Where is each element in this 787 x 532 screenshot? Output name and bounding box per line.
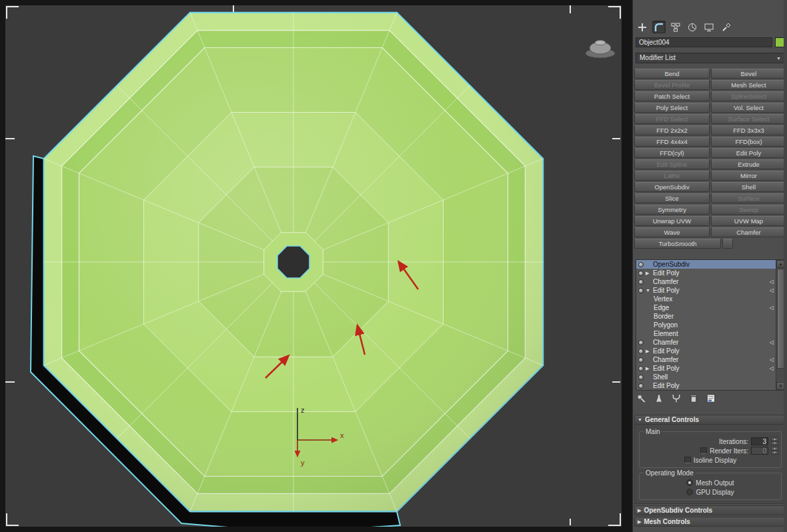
visibility-toggle-icon[interactable] [638, 271, 644, 276]
mesh-output-radio[interactable] [686, 479, 693, 486]
show-end-result-icon[interactable] [653, 393, 665, 403]
modifier-button-extrude[interactable]: Extrude [711, 159, 786, 169]
modifier-button-bevel-profile[interactable]: Bevel Profile [634, 80, 710, 90]
axis-y-label: y [301, 459, 305, 467]
modifier-button-surface-select[interactable]: Surface Select [711, 114, 786, 124]
modifier-button-grid: Bend Bevel Bevel Profile Mesh Select Pat… [634, 69, 786, 237]
tab-motion[interactable] [686, 21, 699, 33]
iterations-spinner[interactable]: ▲▼ [771, 437, 778, 445]
gpu-display-label: GPU Display [696, 489, 734, 496]
modifier-button-ffd-cyl[interactable]: FFD(cyl) [634, 148, 710, 158]
modifier-button-opensubdiv[interactable]: OpenSubdiv [634, 182, 710, 192]
render-iters-checkbox[interactable] [700, 447, 707, 454]
motion-tab-icon [687, 22, 698, 33]
stack-subobject-edge[interactable]: Edge◁ [636, 303, 776, 312]
isoline-display-label: Isoline Display [694, 457, 736, 464]
mesh-output-label: Mesh Output [696, 479, 734, 487]
modifier-button-edit-poly[interactable]: Edit Poly [711, 148, 786, 158]
modifier-flag-icon: ◁ [770, 365, 774, 371]
modifier-button-slice[interactable]: Slice [634, 193, 710, 203]
stack-item-edit-poly[interactable]: Edit Poly [636, 381, 776, 390]
modifier-button-unwrap-uvw[interactable]: Unwrap UVW [634, 216, 710, 226]
modifier-button-mesh-select[interactable]: Mesh Select [711, 80, 786, 90]
modifier-list-dropdown[interactable]: Modifier List ▼ [636, 53, 785, 63]
visibility-toggle-icon[interactable] [638, 349, 644, 354]
modifier-list-label: Modifier List [640, 53, 676, 63]
utilities-tab-icon [720, 22, 731, 33]
modifier-button-shell[interactable]: Shell [711, 182, 786, 192]
modifier-button-chamfer[interactable]: Chamfer [711, 227, 786, 237]
modifier-button-ffd-4x4x4[interactable]: FFD 4x4x4 [634, 137, 710, 147]
isoline-display-checkbox[interactable] [684, 457, 691, 463]
make-unique-icon[interactable] [670, 393, 682, 403]
stack-item-shell[interactable]: Shell [636, 373, 776, 381]
tab-utilities[interactable] [719, 21, 732, 33]
stack-subobject-border[interactable]: Border [636, 312, 776, 321]
render-iters-spinner[interactable]: ▲▼ [771, 447, 778, 455]
stack-item-edit-poly[interactable]: ▶Edit Poly◁ [636, 364, 776, 373]
collapse-icon[interactable]: ▼ [646, 288, 651, 293]
distant-object[interactable] [586, 41, 615, 59]
visibility-toggle-icon[interactable] [638, 288, 644, 293]
stack-item-chamfer[interactable]: Chamfer◁ [636, 277, 776, 286]
visibility-toggle-icon[interactable] [638, 262, 644, 267]
object-name-field[interactable]: Object004 [636, 37, 772, 47]
panel-scroll-strip[interactable] [784, 0, 787, 532]
tab-hierarchy[interactable] [669, 21, 682, 33]
modifier-button-surface[interactable]: Surface [711, 193, 786, 203]
modifier-button-ffd-2x2x2[interactable]: FFD 2x2x2 [634, 125, 710, 135]
render-iters-field[interactable]: 0 [751, 447, 768, 455]
modifier-button-ffd-select[interactable]: FFD Select [634, 114, 710, 124]
mesh-object[interactable] [44, 13, 543, 511]
configure-modifier-sets-icon[interactable] [705, 393, 717, 403]
modifier-button-bevel[interactable]: Bevel [711, 69, 786, 79]
rollout-header-general-controls[interactable]: ▼ General Controls [634, 415, 786, 425]
modifier-button-vol-select[interactable]: Vol. Select [711, 103, 786, 113]
stack-subobject-element[interactable]: Element [636, 329, 776, 338]
expand-icon[interactable]: ▶ [646, 366, 651, 371]
modifier-button-mirror[interactable]: Mirror [711, 171, 786, 181]
modifier-button-patch-select[interactable]: Patch Select [634, 91, 710, 101]
remove-modifier-icon[interactable] [688, 393, 700, 403]
modify-tab-icon [654, 22, 664, 33]
viewport[interactable]: z x y [5, 5, 622, 527]
modifier-button-symmetry[interactable]: Symmetry [634, 205, 710, 215]
visibility-toggle-icon[interactable] [638, 366, 644, 371]
gpu-display-radio[interactable] [686, 489, 693, 495]
visibility-toggle-icon[interactable] [638, 375, 644, 380]
tab-display[interactable] [702, 21, 716, 33]
modifier-button-ffd-box[interactable]: FFD(box) [711, 137, 786, 147]
visibility-toggle-icon[interactable] [638, 357, 644, 363]
expand-icon[interactable]: ▶ [646, 271, 651, 276]
visibility-toggle-icon[interactable] [638, 383, 644, 389]
modifier-button-uvw-map[interactable]: UVW Map [711, 216, 786, 226]
modifier-button-lathe[interactable]: Lathe [634, 171, 710, 181]
tab-modify[interactable] [652, 21, 666, 33]
stack-subobject-vertex[interactable]: Vertex [636, 295, 776, 303]
stack-item-edit-poly[interactable]: ▼Edit Poly◁ [636, 286, 776, 295]
visibility-toggle-icon[interactable] [638, 340, 644, 345]
stack-item-chamfer[interactable]: Chamfer◁ [636, 355, 776, 364]
modifier-button-splineselect[interactable]: SplineSelect [711, 91, 786, 101]
rollout-header-mesh-controls[interactable]: ▶ Mesh Controls [634, 517, 786, 527]
stack-item-edit-poly[interactable]: ▶Edit Poly [636, 347, 776, 355]
rollout-header-opensubdiv-controls[interactable]: ▶ OpenSubdiv Controls [634, 505, 786, 515]
visibility-toggle-icon[interactable] [638, 279, 644, 285]
modifier-button-wave[interactable]: Wave [634, 227, 710, 237]
stack-item-chamfer[interactable]: Chamfer◁ [636, 338, 776, 347]
modifier-button-sweep[interactable]: Sweep [711, 205, 786, 215]
stack-item-opensubdiv[interactable]: OpenSubdiv [636, 260, 776, 269]
axis-z-label: z [301, 406, 305, 414]
modifier-button-bend[interactable]: Bend [634, 69, 710, 79]
iterations-field[interactable]: 3 [751, 437, 768, 445]
pin-stack-icon[interactable] [636, 393, 648, 403]
modifier-set-config-button[interactable] [722, 239, 733, 249]
modifier-button-edit-spline[interactable]: Edit Spline [634, 159, 710, 169]
tab-create[interactable] [636, 21, 649, 33]
expand-icon[interactable]: ▶ [646, 349, 651, 354]
modifier-button-turbosmooth[interactable]: TurboSmooth [634, 239, 721, 249]
modifier-button-poly-select[interactable]: Poly Select [634, 103, 710, 113]
modifier-button-ffd-3x3x3[interactable]: FFD 3x3x3 [711, 125, 786, 135]
stack-subobject-polygon[interactable]: Polygon [636, 321, 776, 329]
stack-item-edit-poly[interactable]: ▶Edit Poly [636, 269, 776, 277]
